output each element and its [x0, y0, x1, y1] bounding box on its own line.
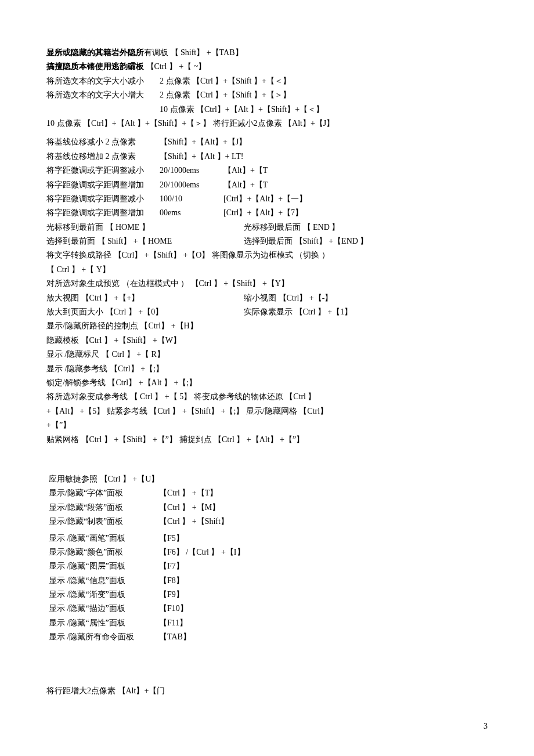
- line-7: 将基线位移减小 2 点像素 【Shift】+【Alt】+【J】: [46, 136, 488, 149]
- line-10: 将字距微调或字距调整增加 20/1000ems 【Alt】+【T: [46, 179, 488, 191]
- line-2: 搞擅隐质本锵使用逃韵礵板 【Ctrl 】 +【 ~】 搞擅隐质本锵使用逃韵礵板: [46, 60, 488, 73]
- line-3: 将所选文本的文字大小减小 2 点像素 【Ctrl 】+【Shift 】+【＜】: [46, 75, 488, 88]
- shortcut: 2 点像素 【Ctrl 】+【Shift 】+【＜】: [160, 75, 488, 88]
- label: 将字距微调或字距调整减小: [46, 164, 160, 177]
- label: 将所选文本的文字大小减小: [46, 75, 160, 88]
- text-right: 选择到最后面 【Shift】 +【END 】: [244, 235, 488, 248]
- shortcut: 【F6】 /【Ctrl 】 +【I】: [159, 546, 488, 559]
- line-25: 将所选对象变成参考线 【 Ctrl 】 +【 5】 将变成参考线的物体还原 【C…: [46, 390, 488, 403]
- shortcut: 【Ctrl 】 +【Shift】: [159, 515, 488, 528]
- label: 显示/隐藏“字体”面板: [49, 487, 159, 500]
- shortcut: 【F11】: [159, 617, 488, 630]
- panel-7: 显示 /隐藏“信息”面板 【F8】: [49, 574, 488, 587]
- line-21: 隐藏模板 【Ctrl 】 +【Shift】 +【W】: [46, 334, 488, 347]
- line-9: 将字距微调或字距调整减小 20/1000ems 【Alt】+【T: [46, 164, 488, 177]
- text: 将所选对象变成参考线 【 Ctrl 】 +【 5】 将变成参考线的物体还原 【C…: [46, 392, 316, 401]
- line-14: 选择到最前面 【 Shift】 +【 HOME 选择到最后面 【Shift】 +…: [46, 235, 488, 248]
- shortcut: 【Shift】+【Alt 】+ LT!: [160, 150, 488, 163]
- panel-8: 显示 /隐藏“渐变”面板 【F9】: [49, 588, 488, 601]
- text-left: 光标移到最前面 【 HOME 】: [46, 221, 244, 234]
- text: +【”】: [46, 421, 71, 429]
- line-1: 显示或隐藏的其籍岩外隐所有调板 【 Shift】 +【TAB】 显所或隐藏的其籍…: [46, 46, 488, 59]
- shortcut: 【F9】: [159, 588, 488, 601]
- label: 显示/隐藏“颜色”面板: [49, 546, 159, 559]
- shortcut: 【F10】: [159, 602, 488, 615]
- text: 【 Ctrl 】 +【 Y】: [46, 265, 110, 274]
- line-20: 显示/隐藏所路径的控制点 【Ctrl】 +【H】: [46, 320, 488, 332]
- text: 将行距增大2点像素 【Alt】+【门: [46, 686, 165, 695]
- shortcut: 【Ctrl 】 +【M】: [159, 501, 488, 514]
- line-8: 将基线位移增加 2 点像素 【Shift】+【Alt 】+ LT!: [46, 150, 488, 163]
- text: 显示 /隐藏参考线 【Ctrl】 +【;】: [46, 364, 164, 373]
- text: 将文字转换成路径 【Ctrl】 +【Shift】 +【O】 将图像显示为边框模式…: [46, 251, 330, 259]
- panel-9: 显示 /隐藏“描边”面板 【F10】: [49, 602, 488, 615]
- panel-3b: 显示/隐藏“制表”面板 【Ctrl 】 +【Shift】: [49, 515, 488, 528]
- value: 20/1000ems: [160, 164, 223, 177]
- line-26: +【Alt】 +【5】 贴紧参考线 【Ctrl 】 +【Shift】 +【;】 …: [46, 405, 488, 418]
- line-15: 将文字转换成路径 【Ctrl】 +【Shift】 +【O】 将图像显示为边框模式…: [46, 249, 488, 262]
- panel-11: 显示 /隐藏所有命令面板 【TAB】: [49, 631, 488, 643]
- text: 锁定/解锁参考线 【Ctrl】 +【Alt 】 +【;】: [46, 378, 197, 387]
- text-bold: 搞擅隐质本锵使用逃韵礵板: [46, 60, 144, 73]
- label: 显示 /隐藏“画笔”面板: [49, 532, 159, 545]
- label: 将所选文本的文字大小增大: [46, 89, 160, 102]
- shortcut: 【F7】: [159, 560, 488, 573]
- panel-2: 显示/隐藏“字体”面板 【Ctrl 】 +【T】: [49, 487, 488, 500]
- text-right: 光标移到最后面 【 END 】: [244, 221, 488, 234]
- label: 显示 /隐藏“描边”面板: [49, 602, 159, 615]
- line-12: 将字距微调或字距调整增加 00ems [Ctrl】+【Alt】+【7】: [46, 207, 488, 219]
- label: 将基线位移增加 2 点像素: [46, 150, 160, 163]
- label: 显示/隐藏“段落”面板: [49, 501, 159, 514]
- text-right: 缩小视图 【Ctrl】 +【-】: [244, 292, 488, 305]
- text-left: 放大视图 【Ctrl 】 +【+】: [46, 292, 244, 305]
- page-number: 3: [484, 720, 488, 733]
- panel-3: 显示/隐藏“段落”面板 【Ctrl 】 +【M】: [49, 501, 488, 514]
- shortcut: 【F5】: [159, 532, 488, 545]
- text: 3: [484, 722, 488, 730]
- line-17: 对所选对象生成预览 （在边框模式中 ） 【Ctrl 】 +【Shift】 +【Y…: [46, 277, 488, 290]
- value: 100/10: [160, 193, 223, 205]
- shortcut: [Ctrl】+【Alt】+【7】: [223, 207, 488, 219]
- line-5: 10 点像素 【Ctrl】+【Alt 】+【Shift】+【＜】: [46, 103, 488, 116]
- line-16: 【 Ctrl 】 +【 Y】: [46, 263, 488, 276]
- label: 显示 /隐藏所有命令面板: [49, 631, 159, 643]
- label: 显示 /隐藏“信息”面板: [49, 574, 159, 587]
- text-bold: 显所或隐藏的其籍岩外隐所: [46, 46, 144, 59]
- text: 隐藏模板 【Ctrl 】 +【Shift】 +【W】: [46, 336, 181, 345]
- label: [46, 103, 160, 116]
- label: 显示 /隐藏“属性”面板: [49, 617, 159, 630]
- text: 贴紧网格 【Ctrl 】 +【Shift】 +【”】 捕捉到点 【Ctrl 】 …: [46, 435, 304, 444]
- line-27: +【”】: [46, 419, 488, 432]
- value: 20/1000ems: [160, 179, 223, 191]
- text-right: 实际像素显示 【Ctrl 】 +【1】: [244, 306, 488, 319]
- label: 显示/隐藏“制表”面板: [49, 515, 159, 528]
- panel-1: 应用敏捷参照 【Ctrl 】 +【U】: [49, 473, 488, 486]
- line-19: 放大到页面大小 【Ctrl 】 +【0】 实际像素显示 【Ctrl 】 +【1】: [46, 306, 488, 319]
- line-4: 将所选文本的文字大小增大 2 点像素 【Ctrl 】+【Shift 】+【＞】: [46, 89, 488, 102]
- shortcut: 【Alt】+【T: [223, 179, 488, 191]
- panel-4: 显示 /隐藏“画笔”面板 【F5】: [49, 532, 488, 545]
- text-left: 选择到最前面 【 Shift】 +【 HOME: [46, 235, 244, 248]
- shortcut: 10 点像素 【Ctrl】+【Alt 】+【Shift】+【＜】: [160, 103, 488, 116]
- panel-6: 显示 /隐藏“图层”面板 【F7】: [49, 560, 488, 573]
- line-22: 显示 /隐藏标尺 【 Ctrl 】 +【 R】: [46, 348, 488, 361]
- shortcut: 【Alt】+【T: [223, 164, 488, 177]
- label: 将字距微调或字距调整增加: [46, 207, 160, 219]
- line-28: 贴紧网格 【Ctrl 】 +【Shift】 +【”】 捕捉到点 【Ctrl 】 …: [46, 433, 488, 446]
- label: 将字距微调或字距调整减小: [46, 193, 160, 205]
- shortcut: 2 点像素 【Ctrl 】+【Shift 】+【＞】: [160, 89, 488, 102]
- label: 显示 /隐藏“图层”面板: [49, 560, 159, 573]
- text-left: 放大到页面大小 【Ctrl 】 +【0】: [46, 306, 244, 319]
- text: 对所选对象生成预览 （在边框模式中 ） 【Ctrl 】 +【Shift】 +【Y…: [46, 279, 289, 288]
- text: +【Alt】 +【5】 贴紧参考线 【Ctrl 】 +【Shift】 +【;】 …: [46, 407, 328, 415]
- footer-line: 将行距增大2点像素 【Alt】+【门: [46, 685, 488, 697]
- label: 将基线位移减小 2 点像素: [46, 136, 160, 149]
- shortcut: [Ctrl】+【Alt】+【一】: [223, 193, 488, 205]
- text: 显示 /隐藏标尺 【 Ctrl 】 +【 R】: [46, 350, 165, 359]
- shortcut: 【Shift】+【Alt】+【J】: [160, 136, 488, 149]
- label: 显示 /隐藏“渐变”面板: [49, 588, 159, 601]
- line-13: 光标移到最前面 【 HOME 】 光标移到最后面 【 END 】: [46, 221, 488, 234]
- panel-5: 显示/隐藏“颜色”面板 【F6】 /【Ctrl 】 +【I】: [49, 546, 488, 559]
- label: 将字距微调或字距调整增加: [46, 179, 160, 191]
- line-6: 10 点像素 【Ctrl】+【Alt 】+【Shift】+【＞】 将行距减小2点…: [46, 117, 488, 130]
